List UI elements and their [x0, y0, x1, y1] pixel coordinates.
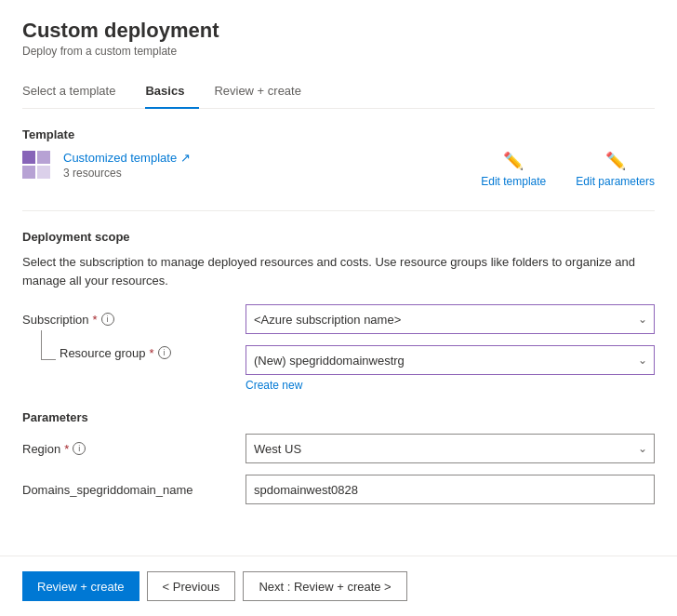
region-select[interactable]: West US: [246, 434, 655, 463]
review-create-button[interactable]: Review + create: [22, 571, 139, 601]
section-divider: [22, 210, 655, 211]
region-required: *: [64, 442, 69, 456]
svg-rect-1: [37, 151, 50, 164]
template-section-title: Template: [22, 127, 655, 141]
domains-field: [246, 475, 655, 504]
region-row: Region * i West US ⌄: [22, 434, 655, 463]
subscription-select[interactable]: <Azure subscription name>: [246, 304, 655, 334]
rg-connector: [41, 330, 56, 360]
parameters-section: Parameters Region * i West US ⌄: [22, 410, 655, 504]
resource-group-field: (New) spegriddomainwestrg ⌄ Create new: [246, 345, 655, 392]
page-subtitle: Deploy from a custom template: [22, 45, 655, 58]
resource-group-info-icon[interactable]: i: [158, 346, 171, 359]
template-info: Customized template ↗ 3 resources: [22, 151, 191, 181]
edit-template-button[interactable]: ✏️ Edit template: [481, 151, 546, 188]
page-title: Custom deployment: [22, 19, 655, 43]
subscription-select-wrapper: <Azure subscription name> ⌄: [246, 304, 655, 334]
template-section: Template Customized template: [22, 127, 655, 188]
tab-bar: Select a template Basics Review + create: [22, 76, 655, 109]
deployment-scope-title: Deployment scope: [22, 230, 655, 244]
edit-parameters-button[interactable]: ✏️ Edit parameters: [576, 151, 655, 188]
svg-rect-2: [22, 166, 35, 179]
previous-button[interactable]: < Previous: [147, 571, 236, 601]
deployment-scope-section: Deployment scope Select the subscription…: [22, 230, 655, 392]
template-details: Customized template ↗ 3 resources: [63, 151, 191, 180]
resource-group-required: *: [150, 346, 154, 360]
edit-template-icon: ✏️: [503, 151, 524, 171]
resource-group-row: Resource group * i (New) spegriddomainwe…: [22, 345, 655, 392]
resource-group-select[interactable]: (New) spegriddomainwestrg: [246, 345, 655, 375]
resource-group-select-wrapper: (New) spegriddomainwestrg ⌄: [246, 345, 655, 375]
scope-description: Select the subscription to manage deploy…: [22, 253, 655, 289]
region-field: West US ⌄: [246, 434, 655, 463]
subscription-row: Subscription * i <Azure subscription nam…: [22, 304, 655, 334]
domains-input[interactable]: [246, 475, 655, 504]
tab-review-create[interactable]: Review + create: [214, 76, 316, 109]
region-select-wrapper: West US ⌄: [246, 434, 655, 463]
footer: Review + create < Previous Next : Review…: [0, 556, 677, 616]
subscription-required: *: [93, 313, 98, 327]
template-name-link[interactable]: Customized template ↗: [63, 151, 191, 165]
subscription-label: Subscription * i: [22, 313, 246, 327]
external-link-icon: ↗: [180, 151, 191, 165]
domains-label: Domains_spegriddomain_name: [22, 483, 246, 497]
template-icon: [22, 151, 52, 181]
create-new-link[interactable]: Create new: [246, 379, 655, 392]
parameters-title: Parameters: [22, 410, 655, 424]
template-actions: ✏️ Edit template ✏️ Edit parameters: [481, 151, 655, 188]
resource-group-label: Resource group * i: [60, 346, 171, 360]
region-info-icon[interactable]: i: [73, 442, 86, 455]
tab-select-template[interactable]: Select a template: [22, 76, 130, 109]
domains-row: Domains_spegriddomain_name: [22, 475, 655, 504]
region-label: Region * i: [22, 442, 246, 456]
subscription-info-icon[interactable]: i: [101, 313, 114, 326]
svg-rect-0: [22, 151, 35, 164]
svg-rect-3: [37, 166, 50, 179]
template-resources: 3 resources: [63, 167, 191, 180]
subscription-field: <Azure subscription name> ⌄: [246, 304, 655, 334]
next-button[interactable]: Next : Review + create >: [243, 571, 406, 601]
resource-group-label-wrapper: Resource group * i: [22, 345, 246, 360]
tab-basics[interactable]: Basics: [145, 76, 199, 109]
edit-parameters-icon: ✏️: [605, 151, 626, 171]
